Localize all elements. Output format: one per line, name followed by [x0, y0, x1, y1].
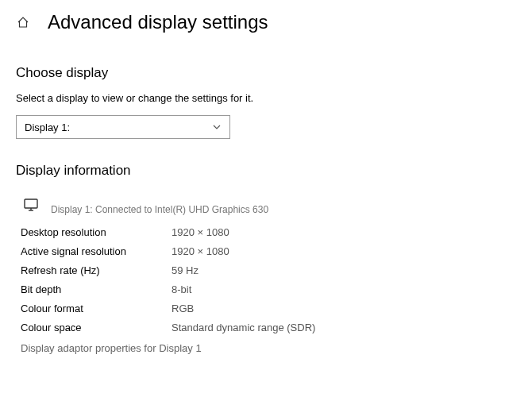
- display-select-dropdown[interactable]: Display 1:: [16, 115, 230, 139]
- display-information-heading: Display information: [16, 163, 516, 179]
- choose-display-heading: Choose display: [16, 65, 516, 81]
- info-row-bit-depth: Bit depth 8-bit: [21, 280, 516, 299]
- info-row-colour-format: Colour format RGB: [21, 299, 516, 318]
- info-value: 59 Hz: [172, 261, 199, 280]
- info-row-desktop-resolution: Desktop resolution 1920 × 1080: [21, 223, 516, 242]
- monitor-caption: Display 1: Connected to Intel(R) UHD Gra…: [51, 204, 268, 215]
- info-label: Colour space: [21, 318, 172, 337]
- info-value: 1920 × 1080: [172, 242, 229, 261]
- display-info-table: Desktop resolution 1920 × 1080 Active si…: [21, 223, 516, 337]
- info-row-colour-space: Colour space Standard dynamic range (SDR…: [21, 318, 516, 337]
- svg-rect-0: [25, 199, 37, 208]
- display-select-value: Display 1:: [25, 121, 70, 133]
- page-title: Advanced display settings: [48, 11, 268, 33]
- monitor-icon: [22, 196, 40, 214]
- home-icon[interactable]: [16, 15, 30, 29]
- choose-display-subtext: Select a display to view or change the s…: [16, 92, 516, 104]
- display-adaptor-properties-link[interactable]: Display adaptor properties for Display 1: [21, 342, 516, 354]
- info-row-refresh-rate: Refresh rate (Hz) 59 Hz: [21, 261, 516, 280]
- content-area: Choose display Select a display to view …: [0, 65, 532, 354]
- info-label: Active signal resolution: [21, 242, 172, 261]
- info-value: 8-bit: [172, 280, 191, 299]
- page-header: Advanced display settings: [0, 0, 532, 41]
- monitor-row: Display 1: Connected to Intel(R) UHD Gra…: [16, 196, 516, 214]
- info-value: RGB: [172, 299, 194, 318]
- info-label: Colour format: [21, 299, 172, 318]
- info-label: Desktop resolution: [21, 223, 172, 242]
- info-value: Standard dynamic range (SDR): [172, 318, 315, 337]
- chevron-down-icon: [212, 122, 222, 132]
- info-row-active-signal-resolution: Active signal resolution 1920 × 1080: [21, 242, 516, 261]
- info-value: 1920 × 1080: [172, 223, 229, 242]
- info-label: Bit depth: [21, 280, 172, 299]
- info-label: Refresh rate (Hz): [21, 261, 172, 280]
